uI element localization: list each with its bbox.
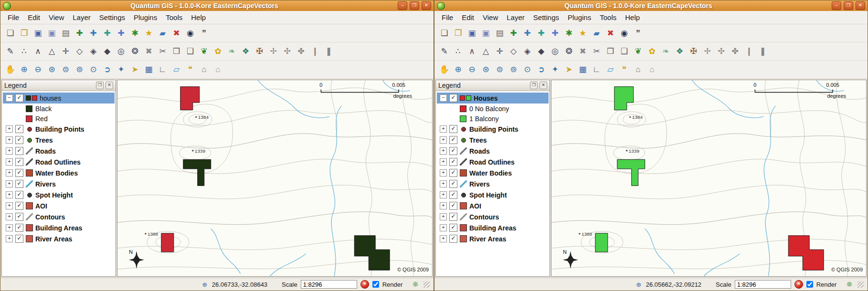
close-button[interactable]: ✕	[422, 1, 431, 10]
layer-visibility-checkbox[interactable]: ✓	[449, 125, 457, 133]
add-wms-layer-icon[interactable]: ✚	[115, 27, 127, 39]
legend-panel-header[interactable]: Legend ❐ ✕	[436, 80, 550, 91]
open-project-icon[interactable]: ❐	[452, 27, 464, 39]
legend-layer-rivers[interactable]: +✓Rivers	[437, 178, 549, 189]
layer-visibility-checkbox[interactable]: ✓	[449, 94, 457, 102]
close-panel-button[interactable]: ✕	[540, 82, 547, 89]
capture-line-icon[interactable]: ∧	[466, 45, 478, 57]
open-attribute-table-icon[interactable]: ▦	[143, 63, 155, 75]
map-view[interactable]: 1384 1339 1388 0 0.005 degrees N	[117, 80, 433, 277]
new-project-icon[interactable]: ❏	[4, 27, 16, 39]
open-attribute-table-icon[interactable]: ▦	[577, 63, 589, 75]
plugin-leaf-tool-icon[interactable]: ❧	[660, 45, 672, 57]
legend-layer-building-points[interactable]: +✓Building Points	[3, 124, 115, 135]
save-project-icon[interactable]: ▣	[32, 27, 44, 39]
gps-tools-icon[interactable]: ✠	[688, 45, 699, 57]
stop-render-button[interactable]: ✖	[360, 280, 369, 289]
dxf2shp-converter-icon[interactable]: ✤	[295, 45, 307, 57]
legend-layer-rivers[interactable]: +✓Rivers	[3, 178, 115, 189]
show-bookmarks-icon[interactable]: ▰	[591, 27, 603, 39]
zoom-in-icon[interactable]: ⊕	[18, 63, 30, 75]
expand-icon[interactable]: +	[440, 224, 447, 231]
menu-view[interactable]: View	[44, 12, 68, 23]
plugin-tree-tool-icon[interactable]: ❦	[198, 45, 210, 57]
print-composer-icon[interactable]: ▤	[60, 27, 72, 39]
paste-features-icon[interactable]: ❑	[618, 45, 630, 57]
oracle-georaster-icon[interactable]: ❙	[309, 45, 321, 57]
legend-layer-aoi[interactable]: +✓AOI	[437, 200, 549, 211]
minimize-button[interactable]: –	[398, 1, 407, 10]
map-canvas[interactable]: 1384 1339 1388 0 0.005 degrees N	[117, 80, 432, 276]
layer-visibility-checkbox[interactable]: ✓	[15, 213, 23, 221]
expand-icon[interactable]: +	[6, 125, 13, 133]
legend-layer-building-areas[interactable]: +✓Building Areas	[437, 222, 549, 233]
delete-vertex-icon[interactable]: ◆	[535, 45, 547, 57]
collapse-icon[interactable]: −	[440, 94, 447, 102]
maximize-button[interactable]: ❐	[410, 1, 419, 10]
cut-features-icon[interactable]: ✂	[591, 45, 603, 57]
move-feature-icon[interactable]: ✛	[494, 45, 506, 57]
legend-layer-contours[interactable]: +✓Contours	[437, 211, 549, 222]
layer-visibility-checkbox[interactable]: ✓	[449, 136, 457, 144]
grass-toolbox-icon[interactable]: ❚	[323, 45, 335, 57]
legend-layer-roads[interactable]: +✓Roads	[437, 146, 549, 156]
layer-visibility-checkbox[interactable]: ✓	[449, 169, 457, 177]
legend-layer-river-areas[interactable]: +✓River Areas	[437, 233, 549, 244]
zoom-to-selection-icon[interactable]: ⊜	[494, 63, 506, 75]
layer-visibility-checkbox[interactable]: ✓	[449, 235, 457, 243]
stop-render-button[interactable]: ✖	[794, 280, 803, 289]
render-checkbox[interactable]	[806, 281, 813, 288]
zoom-last-icon[interactable]: ⊙	[87, 63, 99, 75]
layer-visibility-checkbox[interactable]: ✓	[449, 202, 457, 210]
expand-icon[interactable]: +	[440, 147, 447, 155]
layer-visibility-checkbox[interactable]: ✓	[449, 224, 457, 232]
zoom-to-selection-icon[interactable]: ⊜	[60, 63, 72, 75]
show-bookmarks-icon[interactable]: ▰	[157, 27, 169, 39]
legend-class-0-no-balcony[interactable]: 0 No Balcony	[437, 104, 549, 114]
menu-file[interactable]: File	[437, 12, 457, 23]
menu-file[interactable]: File	[3, 12, 23, 23]
menu-plugins[interactable]: Plugins	[129, 12, 161, 23]
layer-visibility-checkbox[interactable]: ✓	[449, 180, 457, 188]
layer-visibility-checkbox[interactable]: ✓	[15, 147, 23, 155]
copy-features-icon[interactable]: ❒	[604, 45, 616, 57]
menu-edit[interactable]: Edit	[457, 12, 478, 23]
delete-vertex-icon[interactable]: ◆	[101, 45, 113, 57]
expand-icon[interactable]: +	[440, 235, 447, 242]
add-vertex-icon[interactable]: ◈	[87, 45, 99, 57]
new-vector-layer-icon[interactable]: ✱	[563, 27, 575, 39]
interpolation-icon[interactable]: ✢	[267, 45, 279, 57]
expand-icon[interactable]: +	[6, 202, 13, 209]
menu-view[interactable]: View	[478, 12, 502, 23]
menu-edit[interactable]: Edit	[23, 12, 44, 23]
legend-layer-building-points[interactable]: +✓Building Points	[437, 124, 549, 135]
gps-tools-icon[interactable]: ✠	[254, 45, 265, 57]
zoom-to-layer-icon[interactable]: ⊚	[508, 63, 519, 75]
expand-icon[interactable]: +	[6, 180, 13, 187]
legend-layer-building-areas[interactable]: +✓Building Areas	[3, 222, 115, 233]
measure-line-icon[interactable]: ∟	[591, 63, 603, 75]
expand-icon[interactable]: +	[6, 224, 13, 231]
layer-visibility-checkbox[interactable]: ✓	[15, 136, 23, 144]
legend-layer-trees[interactable]: +✓Trees	[3, 135, 115, 146]
menu-settings[interactable]: Settings	[95, 12, 129, 23]
scale-input[interactable]	[735, 280, 791, 289]
minimize-button[interactable]: –	[832, 1, 841, 10]
identify-features-icon[interactable]: ✦	[115, 63, 127, 75]
add-wms-layer-icon[interactable]: ✚	[549, 27, 561, 39]
legend-layer-trees[interactable]: +✓Trees	[437, 135, 549, 146]
legend-layer-houses[interactable]: −✓Houses	[437, 93, 549, 104]
close-button[interactable]: ✕	[856, 1, 865, 10]
oracle-georaster-icon[interactable]: ❙	[743, 45, 755, 57]
coordinate-capture-icon[interactable]: ✣	[715, 45, 727, 57]
close-panel-button[interactable]: ✕	[106, 82, 113, 89]
legend-class-red[interactable]: Red	[3, 114, 115, 124]
georeferencer-icon[interactable]: ❖	[674, 45, 686, 57]
refresh-map-icon[interactable]: ➲	[101, 63, 113, 75]
layer-visibility-checkbox[interactable]: ✓	[15, 191, 23, 199]
layer-visibility-checkbox[interactable]: ✓	[449, 191, 457, 199]
plugin-leaf-tool-icon[interactable]: ❧	[226, 45, 238, 57]
render-checkbox[interactable]	[372, 281, 379, 288]
capture-point-icon[interactable]: ∴	[452, 45, 464, 57]
expand-icon[interactable]: +	[6, 235, 13, 242]
